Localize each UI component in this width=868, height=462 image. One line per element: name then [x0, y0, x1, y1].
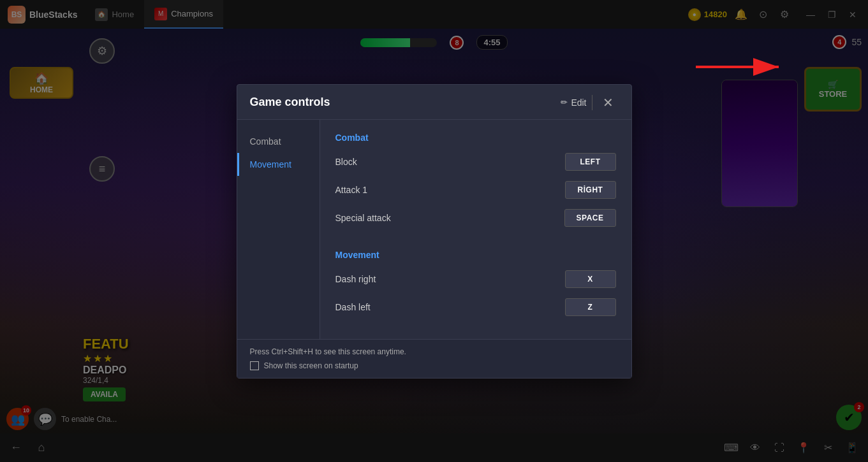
- control-block-name: Block: [335, 157, 357, 167]
- footer-hint: Press Ctrl+Shift+H to see this screen an…: [250, 347, 619, 356]
- sidebar-item-movement[interactable]: Movement: [237, 153, 320, 176]
- modal-overlay: Game controls ✏ Edit ✕ Combat Movement: [0, 0, 868, 462]
- control-dash-left-name: Dash left: [335, 302, 371, 312]
- modal-sidebar: Combat Movement: [237, 120, 320, 339]
- section-gap: [335, 237, 616, 250]
- sidebar-item-combat[interactable]: Combat: [237, 130, 320, 153]
- red-arrow-annotation: [689, 51, 791, 83]
- control-dash-left-key[interactable]: Z: [565, 298, 616, 316]
- control-row-block: Block LEFT: [335, 153, 616, 171]
- modal-header: Game controls ✏ Edit ✕: [237, 85, 631, 120]
- control-block-key[interactable]: LEFT: [565, 153, 616, 171]
- footer-checkbox-row: Show this screen on startup: [250, 361, 619, 370]
- combat-section-title: Combat: [335, 133, 616, 143]
- control-row-special: Special attack SPACE: [335, 209, 616, 227]
- modal-footer: Press Ctrl+Shift+H to see this screen an…: [237, 339, 631, 378]
- modal-header-actions: ✏ Edit ✕: [555, 95, 618, 110]
- control-attack1-key[interactable]: RİGHT: [565, 181, 616, 199]
- control-row-dash-left: Dash left Z: [335, 298, 616, 316]
- modal-content: Combat Block LEFT Attack 1 RİGHT Special…: [320, 120, 631, 339]
- control-row-dash-right: Dash right X: [335, 270, 616, 288]
- modal-body: Combat Movement Combat Block LEFT Attack…: [237, 120, 631, 339]
- edit-pencil-icon: ✏: [561, 97, 568, 107]
- modal-close-button[interactable]: ✕: [598, 95, 619, 110]
- startup-checkbox[interactable]: [250, 361, 259, 370]
- control-special-name: Special attack: [335, 213, 391, 223]
- game-controls-modal: Game controls ✏ Edit ✕ Combat Movement: [237, 84, 632, 379]
- movement-section-title: Movement: [335, 250, 616, 260]
- control-special-key[interactable]: SPACE: [564, 209, 616, 227]
- modal-title: Game controls: [250, 96, 330, 109]
- control-attack1-name: Attack 1: [335, 185, 368, 195]
- edit-label: Edit: [571, 97, 586, 108]
- control-dash-right-name: Dash right: [335, 274, 376, 284]
- startup-checkbox-label: Show this screen on startup: [264, 361, 358, 370]
- control-row-attack1: Attack 1 RİGHT: [335, 181, 616, 199]
- edit-button[interactable]: ✏ Edit: [555, 95, 592, 110]
- control-dash-right-key[interactable]: X: [565, 270, 616, 288]
